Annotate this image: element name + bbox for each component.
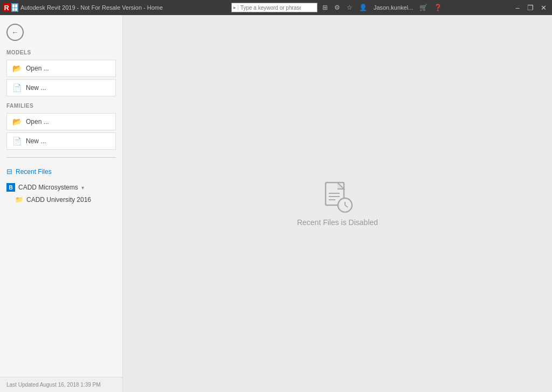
- new-model-button[interactable]: 📄 New ...: [6, 79, 116, 96]
- title-bar-right: – ❐ ✕: [512, 2, 549, 13]
- last-updated-label: Last Updated August 16, 2018 1:39 PM: [6, 382, 101, 388]
- section-divider: [6, 157, 116, 158]
- search-box[interactable]: ▸: [231, 3, 318, 12]
- content-area: Recent Files is Disabled: [123, 15, 552, 392]
- new-family-icon: 📄: [12, 137, 22, 145]
- open-family-icon: 📂: [12, 117, 22, 126]
- families-section-label: FAMILIES: [6, 103, 116, 109]
- search-input[interactable]: [238, 5, 303, 11]
- restore-button[interactable]: ❐: [525, 2, 536, 13]
- title-bar: R Autodesk Revit 2019 - Not For Resale V…: [0, 0, 552, 15]
- cadd-microsystems-label: CADD Microsystems: [18, 184, 78, 191]
- recent-files-label: Recent Files: [16, 168, 52, 176]
- recent-files-nav-item[interactable]: ⊟ Recent Files: [6, 165, 116, 178]
- main-layout: ← MODELS 📂 Open ... 📄 New ... FAMILIES 📂…: [0, 15, 552, 392]
- search-icon[interactable]: ⊞: [321, 4, 329, 11]
- cart-icon[interactable]: 🛒: [418, 4, 429, 11]
- title-bar-left: R Autodesk Revit 2019 - Not For Resale V…: [3, 2, 163, 13]
- revit-grid-logo: [11, 3, 18, 12]
- sidebar-footer: Last Updated August 16, 2018 1:39 PM: [0, 377, 122, 392]
- username-label: Jason.kunkel...: [372, 4, 415, 11]
- open-model-button[interactable]: 📂 Open ...: [6, 60, 116, 77]
- sidebar-content: ← MODELS 📂 Open ... 📄 New ... FAMILIES 📂…: [0, 15, 122, 377]
- help-icon[interactable]: ❓: [432, 4, 444, 11]
- close-button[interactable]: ✕: [538, 2, 549, 13]
- minimize-button[interactable]: –: [512, 2, 523, 13]
- recent-files-icon: ⊟: [6, 167, 12, 176]
- star-icon[interactable]: ☆: [345, 4, 354, 11]
- open-family-button[interactable]: 📂 Open ...: [6, 113, 116, 130]
- cadd-dropdown-icon: ▾: [81, 185, 84, 191]
- cadd-university-nav-item[interactable]: 📁 CADD University 2016: [6, 194, 116, 206]
- cadd-b-icon: B: [6, 183, 15, 192]
- open-model-label: Open ...: [26, 65, 49, 72]
- revit-r-logo: R: [3, 3, 10, 12]
- sidebar: ← MODELS 📂 Open ... 📄 New ... FAMILIES 📂…: [0, 15, 123, 392]
- user-icon[interactable]: 👤: [357, 4, 369, 11]
- cadd-microsystems-nav-item[interactable]: B CADD Microsystems ▾: [6, 181, 116, 194]
- cadd-university-folder-icon: 📁: [15, 196, 23, 204]
- settings-icon[interactable]: ⚙: [333, 4, 342, 11]
- new-family-label: New ...: [26, 137, 46, 145]
- disabled-message: Recent Files is Disabled: [297, 218, 378, 227]
- search-arrow-icon: ▸: [232, 5, 238, 10]
- disabled-icon-svg: [321, 180, 354, 213]
- new-model-icon: 📄: [12, 83, 22, 92]
- cadd-university-label: CADD University 2016: [26, 196, 91, 204]
- title-bar-center: ▸ ⊞ ⚙ ☆ 👤 Jason.kunkel... 🛒 ❓: [163, 3, 512, 12]
- disabled-files-icon: [321, 180, 354, 213]
- new-model-label: New ...: [26, 84, 46, 92]
- new-family-button[interactable]: 📄 New ...: [6, 132, 116, 150]
- models-section-label: MODELS: [6, 50, 116, 55]
- window-title: Autodesk Revit 2019 - Not For Resale Ver…: [20, 4, 163, 11]
- open-model-icon: 📂: [12, 64, 22, 73]
- back-button[interactable]: ←: [6, 24, 24, 41]
- app-logo: R: [3, 2, 18, 13]
- open-family-label: Open ...: [26, 118, 49, 125]
